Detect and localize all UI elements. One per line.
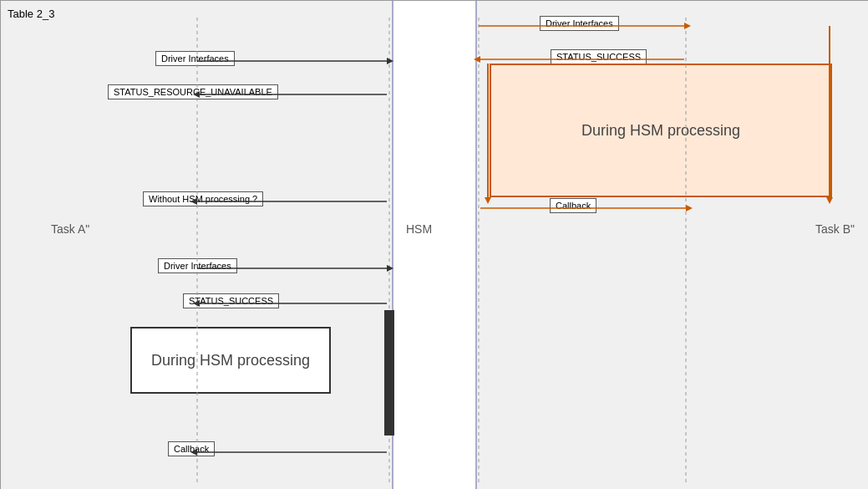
- diagram-container: Table 2_3 Task A" HSM Task B" Driver Int…: [0, 0, 868, 489]
- col-taskA: [1, 1, 393, 489]
- msg-callback-1: Callback: [168, 441, 215, 456]
- msg-status-success-2: STATUS_SUCCESS: [551, 49, 647, 64]
- taskB-label: Task B": [815, 222, 855, 236]
- msg-driver-interfaces-1: Driver Interfaces: [155, 51, 235, 66]
- table-label: Table 2_3: [8, 8, 54, 20]
- msg-driver-interfaces-3: Driver Interfaces: [540, 16, 619, 31]
- msg-without-hsm: Without HSM processing ?: [143, 191, 263, 206]
- during-hsm-2: During HSM processing: [490, 64, 832, 197]
- during-hsm-1: During HSM processing: [130, 327, 331, 394]
- col-hsm: [393, 1, 477, 489]
- msg-callback-2: Callback: [550, 198, 596, 213]
- taskA-label: Task A": [51, 222, 89, 236]
- msg-status-resource: STATUS_RESOURCE_UNAVAILABLE: [108, 84, 278, 99]
- msg-status-success-1: STATUS_SUCCESS: [183, 293, 279, 308]
- hsm-label: HSM: [406, 222, 432, 236]
- msg-driver-interfaces-2: Driver Interfaces: [158, 258, 237, 273]
